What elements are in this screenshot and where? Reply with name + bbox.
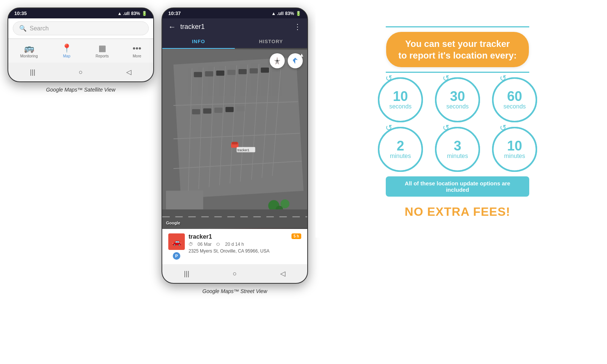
status-time-1: 10:35 [14, 11, 27, 16]
nav-more[interactable]: ••• More [130, 42, 144, 60]
circle-num-10s: 10 [393, 90, 408, 103]
circle-num-60s: 60 [507, 90, 522, 103]
sys-home-1[interactable]: ○ [73, 67, 89, 78]
circle-unit-60s: seconds [503, 103, 526, 110]
phone1-mockup: 10:35 ▲ .ull 83% 🔋 🔍 Search [8, 8, 154, 82]
tab-history[interactable]: HISTORY [235, 35, 307, 48]
nav-map-label: Map [63, 54, 70, 58]
parking-svg: tracker1 [162, 49, 307, 229]
reports-icon: ▦ [98, 44, 106, 53]
status-icons-2: ▲ .ull 83% 🔋 [271, 11, 301, 16]
arrow-10m: ↺ [500, 123, 506, 133]
interval-circle-30s: ↺ 30 seconds [435, 77, 480, 122]
system-nav-2: ||| ○ ◁ [162, 264, 307, 283]
search-input[interactable]: 🔍 Search [13, 21, 149, 35]
search-placeholder: Search [30, 25, 49, 32]
tracker-info-panel: 🚗 P tracker1 ⏱ 06 Mar ⏲ 20 d 14 h 2325 M… [162, 229, 307, 264]
system-nav-1: ||| ○ ◁ [8, 63, 153, 81]
sys-recent-1[interactable]: ||| [24, 67, 41, 78]
time-badge: 5 h [291, 233, 301, 239]
svg-rect-26 [192, 109, 200, 114]
tracker-address: 2325 Myers St, Oroville, CA 95966, USA [189, 248, 288, 254]
nav-reports[interactable]: ▦ Reports [93, 42, 112, 60]
divider-top [386, 26, 529, 27]
interval-circle-2m: ↺ 2 minutes [378, 127, 423, 172]
signal-icon-2: ▲ .ull [271, 11, 284, 16]
svg-rect-36 [162, 209, 307, 228]
svg-rect-28 [214, 108, 223, 113]
tracker-name: tracker1 [189, 233, 212, 240]
directions-icon-2 [291, 57, 299, 65]
google-logo-2: Google [166, 221, 180, 225]
battery-2: 83% [285, 11, 294, 16]
phone2-header: ← tracker1 ⋮ [162, 18, 307, 35]
phone2-title: tracker1 [180, 23, 289, 31]
tracker-car-icon: 🚗 [168, 233, 185, 250]
caption-phone2: Google Maps™ Street View [202, 284, 267, 299]
tracker-meta: ⏱ 06 Mar ⏲ 20 d 14 h [189, 242, 288, 247]
compass-icon-2 [273, 56, 282, 65]
street-map[interactable]: tracker1 Google [162, 49, 307, 229]
tracker-row: 🚗 P tracker1 ⏱ 06 Mar ⏲ 20 d 14 h 2325 M… [168, 233, 301, 260]
more-icon: ••• [133, 44, 141, 53]
tracker-details: tracker1 ⏱ 06 Mar ⏲ 20 d 14 h 2325 Myers… [189, 233, 288, 254]
parking-lot: tracker1 Google [162, 49, 307, 229]
nav-monitoring[interactable]: 🚌 Monitoring [17, 42, 41, 60]
circles-row-2: ↺ 2 minutes ↺ 3 minutes ↺ 10 minutes [378, 127, 537, 172]
no-extra-fees: NO EXTRA FEES! [405, 205, 510, 219]
tab-bar-2: INFO HISTORY [162, 35, 307, 49]
svg-rect-18 [194, 72, 202, 77]
compass-button-2[interactable] [270, 53, 285, 68]
phone2-wrapper: 10:37 ▲ .ull 83% 🔋 ← tracker1 ⋮ INFO HIS… [162, 8, 308, 299]
nav-map[interactable]: 📍 Map [59, 42, 75, 60]
status-bar-2: 10:37 ▲ .ull 83% 🔋 [162, 8, 307, 18]
circles-row-1: ↺ 10 seconds ↺ 30 seconds ↺ 60 seconds [378, 77, 537, 122]
interval-circle-60s: ↺ 60 seconds [492, 77, 537, 122]
phone1-wrapper: 10:35 ▲ .ull 83% 🔋 🔍 Search [8, 8, 154, 97]
clock-icon: ⏱ [189, 242, 193, 247]
directions-button-2[interactable] [288, 53, 303, 68]
info-headline: You can set your tracker to report it's … [386, 32, 528, 67]
tab-info[interactable]: INFO [162, 35, 235, 49]
svg-point-42 [276, 60, 278, 62]
monitoring-icon: 🚌 [24, 44, 34, 53]
circle-num-10m: 10 [507, 139, 522, 153]
battery-icon-1: 🔋 [142, 11, 147, 16]
parking-badge: P [173, 252, 180, 260]
timer-icon: ⏲ [216, 242, 220, 247]
more-menu-icon[interactable]: ⋮ [294, 22, 301, 31]
svg-rect-21 [227, 70, 236, 75]
sys-recent-2[interactable]: ||| [178, 268, 195, 279]
svg-rect-23 [250, 68, 258, 74]
svg-rect-19 [205, 71, 213, 77]
svg-marker-5 [174, 57, 304, 198]
no-fees-banner: All of these location update options are… [386, 176, 529, 197]
svg-rect-22 [239, 69, 247, 74]
svg-rect-30 [237, 106, 245, 111]
headline-line2: to report it's location every: [398, 50, 516, 60]
phone2-mockup: 10:37 ▲ .ull 83% 🔋 ← tracker1 ⋮ INFO HIS… [162, 8, 308, 284]
tracker-duration: 20 d 14 h [225, 242, 244, 247]
interval-circle-10s: ↺ 10 seconds [378, 77, 423, 122]
circle-unit-10m: minutes [504, 153, 525, 159]
arrow-3m: ↺ [442, 123, 449, 133]
sys-back-1[interactable]: ◁ [120, 66, 137, 78]
nav-monitoring-label: Monitoring [20, 54, 38, 58]
circle-unit-30s: seconds [446, 103, 469, 110]
sys-back-2[interactable]: ◁ [274, 268, 291, 279]
divider-mid [386, 72, 529, 73]
status-time-2: 10:37 [168, 11, 181, 16]
info-panel: You can set your tracker to report it's … [316, 8, 599, 238]
arrow-30s: ↺ [442, 74, 449, 83]
nav-more-label: More [133, 54, 141, 58]
svg-rect-39 [232, 142, 238, 144]
back-arrow-icon[interactable]: ← [168, 23, 176, 31]
circle-num-2m: 2 [397, 139, 404, 153]
signal-icon-1: ▲ .ull [117, 11, 130, 16]
svg-rect-24 [261, 68, 269, 73]
arrow-60s: ↺ [500, 74, 506, 83]
circle-num-3m: 3 [454, 139, 461, 153]
sys-home-2[interactable]: ○ [227, 268, 243, 279]
arrow-10s: ↺ [385, 74, 392, 83]
status-bar-1: 10:35 ▲ .ull 83% 🔋 [8, 8, 153, 18]
